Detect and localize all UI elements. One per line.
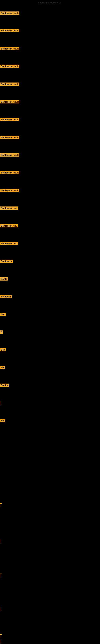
- bottleneck-badge-12[interactable]: Bottleneck resu: [0, 206, 18, 210]
- bottleneck-badge-11[interactable]: Bottleneck result: [0, 189, 19, 192]
- bottleneck-badge-21[interactable]: Bo: [0, 366, 4, 369]
- bottleneck-badge-8[interactable]: Bottleneck result: [0, 136, 19, 139]
- lower-divider-2: [0, 539, 0, 543]
- lower-divider-6: [0, 640, 0, 644]
- bottleneck-badge-3[interactable]: Bottleneck result: [0, 47, 19, 50]
- bottleneck-badge-5[interactable]: Bottleneck result: [0, 82, 19, 86]
- bottleneck-badge-9[interactable]: Bottleneck result: [0, 153, 19, 156]
- bottleneck-badge-24[interactable]: Bot: [0, 419, 5, 422]
- bottleneck-badge-10[interactable]: Bottleneck result: [0, 171, 19, 174]
- bottleneck-badge-15[interactable]: Bottleneck: [0, 260, 13, 263]
- bottleneck-badge-20[interactable]: Bott: [0, 348, 6, 352]
- bottleneck-badge-14[interactable]: Bottleneck resu: [0, 242, 18, 245]
- bottleneck-badge-2[interactable]: Bottleneck result: [0, 29, 19, 32]
- bottleneck-badge-4[interactable]: Bottleneck result: [0, 64, 19, 68]
- bottleneck-badge-17[interactable]: Bottlenec: [0, 295, 12, 298]
- lower-divider-3: [0, 574, 0, 577]
- bottleneck-divider-23: [0, 401, 0, 405]
- site-title: TheBottlenecker.com: [0, 1, 100, 4]
- lower-divider-4: [0, 608, 0, 612]
- bottleneck-badge-18[interactable]: Bott: [0, 313, 6, 316]
- bottleneck-badge-1[interactable]: Bottleneck result: [0, 12, 19, 15]
- bottleneck-badge-6[interactable]: Bottleneck result: [0, 100, 19, 104]
- bottleneck-badge-7[interactable]: Bottleneck result: [0, 118, 19, 121]
- lower-divider-5: [0, 634, 0, 638]
- bottleneck-badge-13[interactable]: Bottleneck resu: [0, 224, 18, 228]
- bottleneck-badge-19[interactable]: B: [0, 330, 3, 334]
- bottleneck-badge-22[interactable]: Bottler: [0, 384, 9, 387]
- lower-divider-1: [0, 503, 0, 507]
- bottleneck-badge-16[interactable]: Bottle: [0, 277, 8, 280]
